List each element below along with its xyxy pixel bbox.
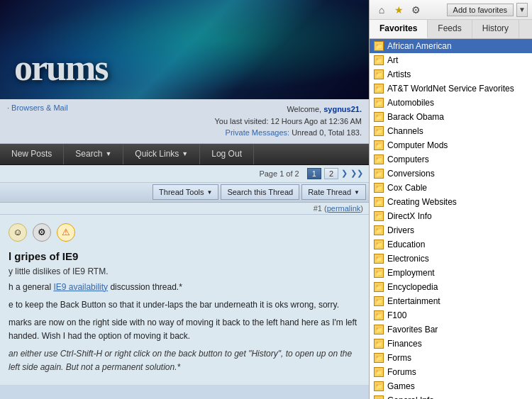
folder-icon: 📁 <box>374 41 384 51</box>
nav-quick-links[interactable]: Quick Links ▼ <box>123 144 200 164</box>
folder-icon: 📁 <box>374 225 384 235</box>
favorites-list-item[interactable]: 📁Electronics <box>370 252 532 266</box>
favorites-item-label: Favorites Bar <box>387 325 438 335</box>
favorites-item-label: African American <box>387 41 452 51</box>
pm-label[interactable]: Private Messages: <box>226 128 289 137</box>
favorites-list-item[interactable]: 📁DirectX Info <box>370 209 532 223</box>
permalink-link[interactable]: permalink <box>327 204 361 213</box>
favorites-item-label: Automobiles <box>387 98 434 108</box>
breadcrumb: · Browsers & Mail <box>7 103 68 112</box>
favorites-list-item[interactable]: 📁Education <box>370 237 532 252</box>
nav-logout[interactable]: Log Out <box>200 144 254 164</box>
folder-icon: 📁 <box>374 197 384 207</box>
page-last-icon[interactable]: ❯❯ <box>350 169 363 178</box>
favorites-item-label: Cox Cable <box>387 183 427 193</box>
favorites-item-label: DirectX Info <box>387 211 432 221</box>
favorites-list-item[interactable]: 📁Channels <box>370 124 532 138</box>
welcome-bar: · Browsers & Mail Welcome, sygnus21. You… <box>0 99 369 144</box>
thread-tools-button[interactable]: Thread Tools ▼ <box>153 184 218 200</box>
favorites-list-item[interactable]: 📁General Info <box>370 393 532 399</box>
post-area: ☺ ⚙ ⚠ l gripes of IE9 y little dislikes … <box>0 215 369 385</box>
post-intro: y little dislikes of IE9 RTM. <box>9 266 360 276</box>
ie9-availability-link[interactable]: IE9 availability <box>53 282 108 292</box>
page-1-button[interactable]: 1 <box>307 168 321 179</box>
favorites-list-item[interactable]: 📁Computer Mods <box>370 138 532 152</box>
rate-thread-label: Rate Thread <box>308 188 351 196</box>
folder-icon: 📁 <box>374 395 384 399</box>
folder-icon: 📁 <box>374 112 384 122</box>
post-link-context: h a general IE9 availability discussion … <box>9 281 360 294</box>
post-icons: ☺ ⚙ ⚠ <box>9 220 360 245</box>
folder-icon: 📁 <box>374 381 384 391</box>
favorites-list-item[interactable]: 📁AT&T WorldNet Service Favorites <box>370 82 532 96</box>
favorites-list-item[interactable]: 📁F100 <box>370 308 532 322</box>
post-body-3: an either use Ctrl-Shift-H or right clic… <box>9 347 360 374</box>
folder-icon: 📁 <box>374 240 384 249</box>
favorites-item-label: Artists <box>387 69 411 79</box>
favorites-list-item[interactable]: 📁Favorites Bar <box>370 322 532 337</box>
favorites-list-item[interactable]: 📁Entertainment <box>370 294 532 308</box>
favorites-item-label: AT&T WorldNet Service Favorites <box>387 84 514 94</box>
favorites-list-item[interactable]: 📁Games <box>370 379 532 393</box>
favorites-dropdown-icon[interactable]: ▼ <box>516 3 528 17</box>
favorites-list-item[interactable]: 📁Computers <box>370 152 532 167</box>
tab-feeds[interactable]: Feeds <box>428 20 472 38</box>
ie-settings-icon[interactable]: ⚙ <box>408 2 423 18</box>
favorites-list-item[interactable]: 📁Forms <box>370 351 532 365</box>
forum-logo: orums <box>14 47 108 89</box>
nav-search[interactable]: Search ▼ <box>64 144 123 164</box>
folder-icon: 📁 <box>374 98 384 108</box>
favorites-list-item[interactable]: 📁Artists <box>370 67 532 82</box>
favorites-list-item[interactable]: 📁Finances <box>370 337 532 351</box>
ie-home-icon[interactable]: ⌂ <box>374 2 389 18</box>
rate-thread-arrow-icon: ▼ <box>354 189 360 196</box>
page-2-button[interactable]: 2 <box>324 168 338 179</box>
folder-icon: 📁 <box>374 310 384 320</box>
favorites-list-item[interactable]: 📁Conversions <box>370 167 532 181</box>
favorites-list-item[interactable]: 📁Cox Cable <box>370 181 532 195</box>
favorites-list-item[interactable]: 📁Drivers <box>370 223 532 237</box>
tab-history[interactable]: History <box>472 20 519 38</box>
folder-icon: 📁 <box>374 84 384 94</box>
folder-icon: 📁 <box>374 126 384 136</box>
favorites-list-item[interactable]: 📁African American <box>370 39 532 53</box>
favorites-item-label: Games <box>387 381 415 391</box>
post-title: l gripes of IE9 <box>9 250 360 262</box>
folder-icon: 📁 <box>374 154 384 164</box>
favorites-item-label: Education <box>387 240 425 249</box>
thread-tools-arrow-icon: ▼ <box>206 189 212 196</box>
folder-icon: 📁 <box>374 282 384 292</box>
add-favorites-button[interactable]: Add to favorites <box>447 4 514 16</box>
favorites-tabs: Favorites Feeds History <box>370 20 532 39</box>
folder-icon: 📁 <box>374 55 384 65</box>
favorites-list-item[interactable]: 📁Creating Websites <box>370 195 532 209</box>
tab-favorites[interactable]: Favorites <box>370 20 428 38</box>
nav-new-posts-label: New Posts <box>11 149 52 159</box>
post-body-1: e to keep the Back Button so that it und… <box>9 298 360 312</box>
favorites-list-item[interactable]: 📁Employment <box>370 266 532 280</box>
pm-status: Unread 0, Total 183. <box>292 128 362 137</box>
gear-icon: ⚙ <box>33 223 51 242</box>
favorites-item-label: Computer Mods <box>387 140 448 150</box>
folder-icon: 📁 <box>374 169 384 179</box>
favorites-item-label: General Info <box>387 395 434 399</box>
page-next-icon[interactable]: ❯ <box>341 169 348 178</box>
favorites-list-item[interactable]: 📁Forums <box>370 365 532 379</box>
favorites-list-item[interactable]: 📁Automobiles <box>370 96 532 110</box>
breadcrumb-link[interactable]: · Browsers & Mail <box>7 103 68 112</box>
quick-links-arrow-icon: ▼ <box>182 150 188 157</box>
folder-icon: 📁 <box>374 69 384 79</box>
favorites-list-item[interactable]: 📁Barack Obama <box>370 110 532 124</box>
favorites-item-label: Finances <box>387 339 422 349</box>
nav-new-posts[interactable]: New Posts <box>0 144 64 164</box>
favorites-item-label: Channels <box>387 126 423 136</box>
favorites-item-label: Forms <box>387 353 411 363</box>
rate-thread-button[interactable]: Rate Thread ▼ <box>301 184 366 200</box>
favorites-list-item[interactable]: 📁Art <box>370 53 532 67</box>
favorites-list-item[interactable]: 📁Encyclopedia <box>370 280 532 294</box>
nav-bar: New Posts Search ▼ Quick Links ▼ Log Out <box>0 144 369 165</box>
ie-nav-icons: ⌂ ★ ⚙ <box>374 2 423 18</box>
thread-tools-label: Thread Tools <box>159 188 204 196</box>
ie-star-icon[interactable]: ★ <box>391 2 406 18</box>
search-thread-button[interactable]: Search this Thread <box>221 184 299 200</box>
